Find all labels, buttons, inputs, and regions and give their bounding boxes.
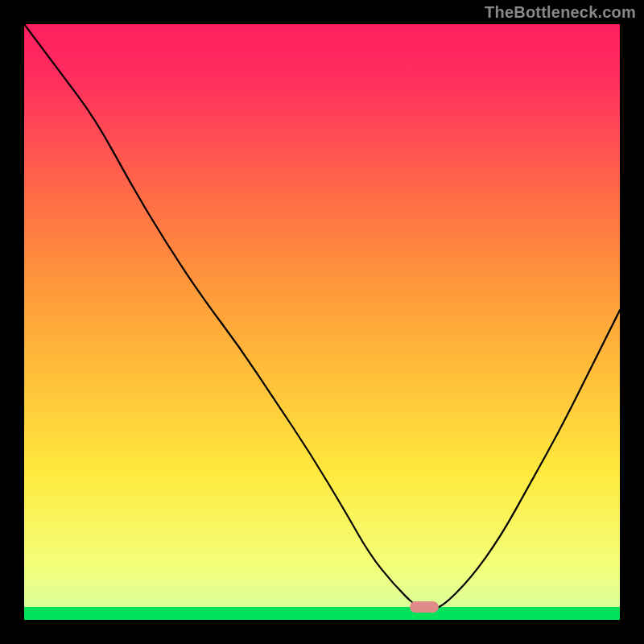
curve-svg bbox=[24, 24, 620, 620]
chart-frame: TheBottleneck.com bbox=[0, 0, 644, 644]
watermark-text: TheBottleneck.com bbox=[485, 3, 636, 22]
bottleneck-curve bbox=[24, 24, 620, 608]
plot-area bbox=[24, 24, 620, 620]
optimum-marker bbox=[410, 601, 439, 613]
